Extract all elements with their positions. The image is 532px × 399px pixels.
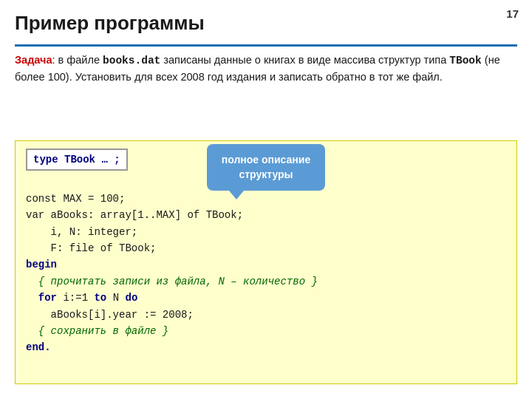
slide: 17 Пример программы Задача: в файле book… [0,0,532,399]
task-mono2: TBook [449,55,482,66]
code-assign: aBooks[i].year := 2008; [26,309,194,321]
task-mono1: books.dat [103,55,160,66]
title-divider [15,44,517,47]
code-line-1: const MAX = 100; [26,193,125,205]
code-comment-1: { прочитать записи из файла, N – количес… [26,276,318,287]
code-line-3: i, N: integer; [26,226,137,238]
task-label: Задача [15,54,52,66]
code-end: end. [26,341,51,353]
task-text-1: : в файле [52,54,103,66]
task-text-2: записаны данные о книгах в виде массива … [160,54,449,66]
tooltip-text: полное описание структуры [222,154,310,180]
tooltip-bubble: полное описание структуры [207,144,325,191]
code-for: for i:=1 to N do [26,292,137,304]
code-begin: begin [26,259,57,270]
slide-title: Пример программы [15,12,205,35]
code-line-4: F: file of TBook; [26,242,156,254]
code-line-2: var aBooks: array[1..MAX] of TBook; [26,209,243,221]
page-number: 17 [506,7,519,20]
task-block: Задача: в файле books.dat записаны данны… [15,52,517,86]
type-line-text: type TBook … ; [26,149,128,171]
code-comment-2: { сохранить в файле } [26,325,168,337]
